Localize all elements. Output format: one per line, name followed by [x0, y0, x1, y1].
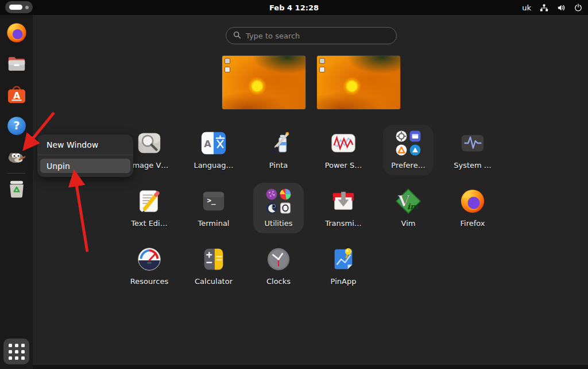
vim-icon: Vim — [395, 188, 421, 214]
desktop-icon — [320, 59, 324, 63]
preferences-folder-icon — [395, 130, 421, 156]
search-icon — [233, 30, 241, 41]
app-label: Power S… — [325, 161, 362, 170]
app-transmission[interactable]: Transmi… — [311, 188, 376, 228]
pinapp-icon — [330, 246, 357, 272]
app-label: Transmi… — [325, 219, 362, 228]
top-bar: Feb 4 12:28 uk — [0, 0, 588, 15]
app-label: Firefox — [460, 219, 485, 228]
dock: A ? — [0, 15, 33, 369]
gnome-activities-overview: Feb 4 12:28 uk A ? — [0, 0, 588, 369]
app-label: Calculator — [195, 277, 233, 286]
app-terminal[interactable]: >_ Terminal — [181, 188, 246, 228]
app-folder-preferences[interactable]: Prefere… — [376, 130, 440, 170]
new-window-menu-item[interactable]: New Window — [37, 136, 133, 154]
language-icon: A — [200, 130, 227, 156]
menu-separator — [37, 155, 133, 155]
system-tray[interactable]: uk — [522, 0, 582, 15]
appcenter-icon — [409, 144, 421, 156]
keyboard-layout-indicator[interactable]: uk — [522, 3, 531, 12]
terminal-icon: >_ — [200, 188, 227, 214]
app-text-editor[interactable]: Text Edi… — [117, 188, 181, 228]
app-clocks[interactable]: Clocks — [246, 246, 311, 286]
app-power-statistics[interactable]: Power S… — [311, 130, 376, 170]
utilities-folder-icon — [265, 188, 292, 214]
resources-gauge-icon — [136, 246, 163, 272]
gimp-dock-icon[interactable] — [5, 145, 28, 168]
dock-separator — [7, 173, 25, 174]
app-label: Terminal — [198, 219, 230, 228]
search-input[interactable] — [246, 32, 384, 40]
desktop-icon — [225, 59, 230, 63]
app-resources[interactable]: Resources — [117, 246, 181, 286]
app-label: Resources — [130, 277, 168, 286]
clock[interactable]: Feb 4 12:28 — [0, 3, 588, 12]
app-pinta[interactable]: Pinta — [246, 130, 311, 170]
volume-icon[interactable] — [557, 3, 566, 12]
svg-text:A: A — [13, 90, 21, 101]
app-calculator[interactable]: Calculator — [181, 246, 246, 286]
app-label: Utilities — [265, 219, 293, 228]
power-icon[interactable] — [574, 3, 582, 11]
pinta-icon — [265, 130, 292, 156]
show-applications-button[interactable] — [3, 339, 29, 364]
app-label: Vim — [401, 219, 416, 228]
svg-text:?: ? — [13, 119, 20, 132]
arrow-to-unpin-item — [75, 174, 87, 252]
workspace-thumbnail-2[interactable] — [317, 56, 400, 109]
app-label: Image V… — [130, 161, 169, 170]
window-app-icon — [409, 130, 421, 142]
night-clock-icon — [266, 202, 277, 214]
ubuntu-software-dock-icon[interactable]: A — [5, 83, 28, 106]
svg-text:im: im — [407, 202, 419, 211]
svg-text:>_: >_ — [207, 196, 216, 205]
wired-network-icon[interactable] — [540, 3, 548, 12]
unpin-menu-item[interactable]: Unpin — [40, 159, 130, 173]
system-monitor-icon — [459, 130, 486, 156]
text-editor-icon — [136, 188, 163, 214]
search-bar[interactable] — [226, 27, 397, 44]
app-label: Text Edi… — [131, 219, 168, 228]
gimp-context-menu: New Window Unpin — [37, 134, 133, 177]
help-dock-icon[interactable]: ? — [5, 114, 28, 137]
pie-chart-icon — [280, 189, 291, 200]
svg-text:A: A — [204, 139, 211, 149]
app-label: Languag… — [194, 161, 233, 170]
desktop-icon — [225, 67, 230, 72]
loupe-app-icon — [280, 202, 291, 214]
clocks-icon — [265, 246, 292, 272]
desktop-icon — [320, 67, 324, 72]
files-dock-icon[interactable] — [5, 52, 28, 75]
app-label: Prefere… — [391, 161, 425, 170]
power-statistics-icon — [330, 130, 357, 156]
trash-dock-icon[interactable] — [5, 178, 28, 201]
transmission-icon — [330, 188, 357, 214]
app-firefox[interactable]: Firefox — [440, 188, 505, 228]
app-pinapp[interactable]: PinApp — [311, 246, 376, 286]
workspace-thumbnail-1[interactable] — [222, 56, 305, 109]
settings-gear-icon — [396, 130, 407, 142]
app-system-monitor[interactable]: System … — [440, 130, 505, 170]
app-language[interactable]: A Languag… — [181, 130, 246, 170]
app-label: System … — [454, 161, 492, 170]
image-viewer-icon — [136, 130, 163, 156]
firefox-icon — [459, 188, 486, 214]
app-label: Clocks — [266, 277, 291, 286]
app-vim[interactable]: Vim Vim — [376, 188, 440, 228]
bottom-edge — [0, 365, 588, 369]
app-folder-utilities[interactable]: Utilities — [246, 188, 311, 228]
app-label: PinApp — [331, 277, 357, 286]
disk-usage-icon — [266, 189, 277, 200]
firefox-dock-icon[interactable] — [5, 21, 28, 44]
triangle-a-app-icon — [396, 144, 407, 156]
app-label: Pinta — [269, 161, 288, 170]
calculator-icon — [200, 246, 227, 272]
